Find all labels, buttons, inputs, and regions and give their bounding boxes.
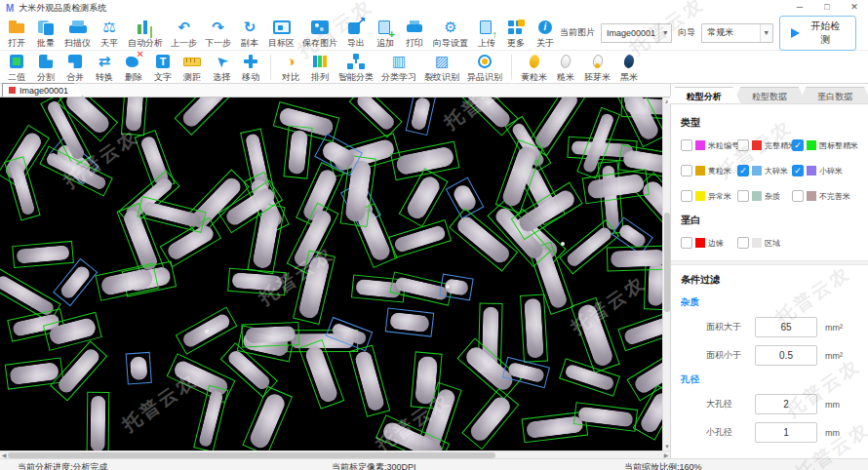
measure-button[interactable]: 测距 [178,51,207,84]
split-button[interactable]: 分割 [31,51,60,84]
arrange-button[interactable]: 排列 [305,51,335,84]
category-toggle[interactable]: 大碎米 [737,165,792,176]
panel-tab-2[interactable]: 垩白数据 [799,87,868,103]
category-toggle[interactable]: 小碎米 [792,165,858,176]
vertical-scroll-thumb[interactable] [664,213,670,312]
filter-value-input[interactable] [755,422,817,443]
grain-yellow-button[interactable]: 黄粒米 [517,51,551,84]
text-button[interactable]: 文字 [148,51,178,84]
horizontal-scrollbar[interactable]: ◀ ▶ [0,450,670,458]
filter-value-input[interactable] [755,317,817,337]
select-button[interactable]: 选择 [207,51,236,84]
append-button[interactable]: 追加 [371,17,400,50]
panel-tab-0[interactable]: 粒型分析 [667,87,740,103]
target-area-icon [271,18,293,37]
checkbox-unchecked[interactable] [737,237,749,249]
auto-analyze-button[interactable]: 自动分析 [124,17,167,50]
filter-label: 面积大于 [706,321,747,333]
convert-button[interactable]: 转换 [90,51,119,84]
chevron-down-icon[interactable]: ▼ [658,24,671,42]
category-toggle[interactable]: 不完善米 [792,190,858,202]
panel-tab-1[interactable]: 粒型数据 [732,87,806,103]
category-toggle[interactable]: 边缘 [681,237,737,249]
category-toggle[interactable]: 区域 [737,237,792,249]
print-button[interactable]: 打印 [400,17,429,50]
save-image-button[interactable]: 保存图片 [298,17,341,50]
category-toggle[interactable]: 异常米 [681,190,737,202]
category-toggle[interactable]: 国标整精米 [792,139,858,151]
checkbox-checked[interactable] [792,139,804,151]
checkbox-unchecked[interactable] [681,190,692,202]
classify-learn-button[interactable]: 分类学习 [377,51,420,84]
more-button[interactable]: 更多 [501,17,531,50]
foreign-detect-button[interactable]: 异品识别 [463,51,506,84]
batch-button[interactable]: 批量 [31,17,60,50]
filter-row: 面积小于mm² [706,345,858,366]
balance-button[interactable]: 天平 [95,17,124,50]
grain-bounding-box [348,98,402,138]
grain-black-button[interactable]: 黑米 [614,51,644,84]
wizard-settings-button[interactable]: 向导设置 [429,17,472,50]
rice-grain [246,325,296,342]
checkbox-unchecked[interactable] [737,190,749,202]
split-icon [35,52,57,71]
grain-brown-button[interactable]: 糙米 [551,51,580,84]
category-toggle[interactable]: 杂质 [737,190,792,202]
current-image-label: 当前图片 [560,26,595,39]
checkbox-unchecked[interactable] [792,190,804,202]
binary-button[interactable]: 二值 [2,51,31,84]
filter-value-input[interactable] [755,394,817,414]
image-canvas[interactable] [0,98,662,450]
category-toggle[interactable]: 完整精米 [737,139,792,151]
wizard-label: 向导 [678,26,695,39]
merge-button[interactable]: 合并 [60,51,90,84]
vertical-scrollbar[interactable]: ▲ ▼ [662,98,670,450]
checkbox-checked[interactable] [737,165,749,176]
image-tab-icon [9,87,16,94]
upload-button[interactable]: 上传 [472,17,501,50]
delete-button[interactable]: 删除 [119,51,148,84]
wizard-select[interactable]: 常规米 ▼ [701,23,772,43]
close-icon[interactable]: ✕ [841,0,868,16]
filter-label: 小孔径 [706,426,747,439]
scroll-down-icon[interactable]: ▼ [663,443,671,450]
scanner-button[interactable]: 扫描仪 [60,17,95,50]
filter-value-input[interactable] [755,345,817,366]
image-tab[interactable]: Image00001 [2,83,83,97]
copy-button[interactable]: 副本 [235,17,264,50]
redo-label: 下一步 [205,38,231,48]
grain-bounding-box [95,263,158,301]
measure-label: 测距 [183,72,201,82]
maximize-icon[interactable]: □ [813,0,841,16]
undo-button[interactable]: 上一步 [167,17,201,50]
folder-button[interactable]: 打开 [2,17,31,50]
checkbox-checked[interactable] [792,165,804,176]
checkbox-unchecked[interactable] [681,139,692,151]
upload-icon [476,18,497,37]
minimize-icon[interactable]: ─ [786,0,813,16]
contrast-icon [280,52,301,71]
checkbox-unchecked[interactable] [681,237,692,249]
smart-classify-button[interactable]: 智能分类 [335,51,377,84]
current-image-select[interactable]: Image00001 ▼ [601,23,672,43]
category-toggle[interactable]: 米粒编号 [681,139,737,151]
crack-detect-button[interactable]: 裂纹识别 [420,51,463,84]
contrast-button[interactable]: 对比 [276,51,305,84]
target-area-button[interactable]: 目标区 [264,17,298,50]
export-button[interactable]: 导出 [341,17,371,50]
start-detection-button[interactable]: 开始检测 [779,16,856,51]
arrange-icon [309,52,331,71]
about-button[interactable]: 关于 [531,17,560,50]
checkbox-unchecked[interactable] [681,165,692,176]
chevron-down-icon[interactable]: ▼ [760,24,772,42]
arrange-label: 排列 [311,72,329,82]
redo-button[interactable]: 下一步 [201,17,235,50]
crack-detect-icon [431,52,453,71]
move-button[interactable]: 移动 [236,51,265,84]
title-bar: M 大米外观品质检测系统 ─ □ ✕ [0,0,868,16]
rice-grain [393,225,447,255]
target-area-label: 目标区 [268,38,295,48]
grain-germ-button[interactable]: 胚芽米 [580,51,614,84]
category-toggle[interactable]: 黄粒米 [681,165,737,176]
checkbox-unchecked[interactable] [737,139,749,151]
